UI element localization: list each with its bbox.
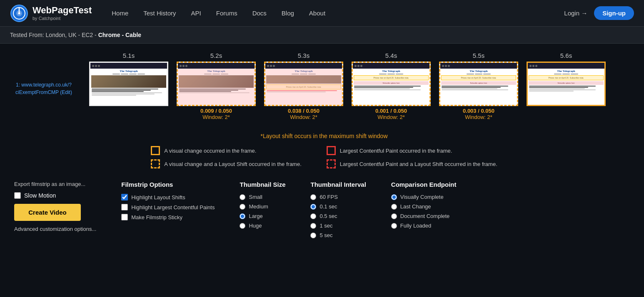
filmstrip-item-3: 5.3s The Telegraph <box>260 52 347 120</box>
legend-box-yellow-dashed <box>151 159 160 168</box>
legend-box-red-solid <box>327 146 336 155</box>
nav-links: Home Test History API Forums Docs Blog A… <box>112 10 564 17</box>
frame-thumb-1[interactable]: The Telegraph <box>89 62 168 106</box>
thumb-size-medium-radio[interactable] <box>240 204 245 210</box>
time-label-5: 5.5s <box>435 52 522 59</box>
legend-item-2: A visual change and a Layout Shift occur… <box>151 159 302 168</box>
subheader-bold: Chrome - Cable <box>98 32 141 38</box>
login-button[interactable]: Login → <box>564 10 587 17</box>
logo-area: WebPageTest by Catchpoint <box>10 4 92 22</box>
logo-icon <box>10 4 28 22</box>
endpoint-last-change-radio[interactable] <box>391 204 397 210</box>
slow-motion-label: Slow Motion <box>24 192 56 199</box>
thumbnail-interval-title: Thumbnail Interval <box>310 181 366 188</box>
svg-point-4 <box>18 12 20 14</box>
thumb-size-huge-radio[interactable] <box>240 223 245 229</box>
legend-col-left: A visual change occurred in the frame. A… <box>151 146 302 168</box>
nav-right: Login → Sign-up <box>564 6 634 20</box>
frame-thumb-4[interactable]: The Telegraph Prices rise on April 20. S… <box>352 62 431 106</box>
legend-section: *Layout shift occurs in the maximum shif… <box>10 133 634 168</box>
advanced-link[interactable]: Advanced customization options... <box>14 226 96 232</box>
thumbnail-size-section: Thumbnail Size Small Medium Large Huge <box>240 181 285 229</box>
subheader: Tested From: London, UK - EC2 - Chrome -… <box>0 27 644 44</box>
thumb-size-large-radio[interactable] <box>240 213 245 219</box>
time-label-1: 5.1s <box>85 52 172 59</box>
legend-title: *Layout shift occurs in the maximum shif… <box>14 133 634 139</box>
option-highlight-layout-shifts: Highlight Layout Shifts <box>121 194 215 200</box>
legend-text-1: A visual change occurred in the frame. <box>164 148 256 154</box>
frame-thumb-3[interactable]: The Telegraph Prices rise on April 20. S… <box>264 62 343 106</box>
highlight-layout-shifts-checkbox[interactable] <box>121 194 128 200</box>
thumb-size-small-radio[interactable] <box>240 194 245 200</box>
main-content: 1: www.telegraph.co.uk/?ciExemptFromCMP … <box>0 44 644 247</box>
legend-box-yellow-solid <box>151 146 160 155</box>
time-label-6: 5.6s <box>522 52 610 59</box>
legend-item-3: Largest Contentful Paint occurred in the… <box>327 146 497 155</box>
frame-thumb-2[interactable]: The Telegraph <box>177 62 256 106</box>
interval-0-5-radio[interactable] <box>310 213 316 219</box>
navbar: WebPageTest by Catchpoint Home Test Hist… <box>0 0 644 27</box>
frame-metrics-5: 0.003 / 0.050 Window: 2* <box>463 108 494 120</box>
nav-test-history[interactable]: Test History <box>143 10 176 17</box>
filmstrip-items: 5.1s The Telegraph <box>81 52 634 120</box>
nav-home[interactable]: Home <box>112 10 128 17</box>
nav-about[interactable]: About <box>309 10 325 17</box>
nav-forums[interactable]: Forums <box>216 10 237 17</box>
frame-metrics-2: 0.009 / 0.050 Window: 2* <box>200 108 232 120</box>
frame-metrics-4: 0.001 / 0.050 Window: 2* <box>375 108 407 120</box>
filmstrip-item-1: 5.1s The Telegraph <box>85 52 172 120</box>
slow-motion-checkbox[interactable] <box>14 192 21 199</box>
legend-item-4: Largest Contentful Paint and a Layout Sh… <box>327 159 497 168</box>
filmstrip-item-4: 5.4s The Telegraph <box>347 52 435 120</box>
row-label: 1: www.telegraph.co.uk/?ciExemptFromCMP … <box>10 52 81 96</box>
nav-api[interactable]: API <box>191 10 201 17</box>
time-label-2: 5.2s <box>172 52 260 59</box>
interval-60fps-radio[interactable] <box>310 194 316 200</box>
legend-item-1: A visual change occurred in the frame. <box>151 146 302 155</box>
highlight-lcp-checkbox[interactable] <box>121 204 128 210</box>
nav-blog[interactable]: Blog <box>282 10 294 17</box>
frame-metrics-3: 0.038 / 0.050 Window: 2* <box>288 108 320 120</box>
export-area: Export filmstrip as an image... Slow Mot… <box>14 181 96 232</box>
filmstrip-wrapper: 1: www.telegraph.co.uk/?ciExemptFromCMP … <box>10 52 634 120</box>
create-video-button[interactable]: Create Video <box>14 204 81 221</box>
legend-grid: A visual change occurred in the frame. A… <box>14 146 634 168</box>
bottom-section: Export filmstrip as an image... Slow Mot… <box>10 181 634 238</box>
sticky-filmstrip-checkbox[interactable] <box>121 214 128 220</box>
legend-text-3: Largest Contentful Paint occurred in the… <box>340 148 452 154</box>
filmstrip-options-section: Filmstrip Options Highlight Layout Shift… <box>121 181 215 220</box>
option-highlight-lcp: Highlight Largest Contentful Paints <box>121 204 215 210</box>
endpoint-visually-complete-radio[interactable] <box>391 194 397 200</box>
interval-1-radio[interactable] <box>310 223 316 229</box>
filmstrip-item-2: 5.2s The Telegraph <box>172 52 260 120</box>
interval-0-1-radio[interactable] <box>310 204 316 210</box>
frame-thumb-5[interactable]: The Telegraph Prices rise on April 20. S… <box>439 62 518 106</box>
option-sticky-filmstrip: Make Filmstrip Sticky <box>121 214 215 220</box>
legend-text-2: A visual change and a Layout Shift occur… <box>164 161 302 167</box>
filmstrip-item-5: 5.5s The Telegraph <box>435 52 522 120</box>
endpoint-fully-loaded-radio[interactable] <box>391 223 397 229</box>
slow-motion-row: Slow Motion <box>14 192 96 199</box>
time-label-3: 5.3s <box>260 52 347 59</box>
interval-5-radio[interactable] <box>310 233 316 238</box>
logo-name: WebPageTest <box>32 5 92 15</box>
legend-box-red-dashed <box>327 159 336 168</box>
filmstrip-item-6: 5.6s The Telegraph <box>522 52 610 120</box>
legend-col-right: Largest Contentful Paint occurred in the… <box>327 146 497 168</box>
nav-docs[interactable]: Docs <box>252 10 267 17</box>
filmstrip-options-title: Filmstrip Options <box>121 181 215 188</box>
frame-thumb-6[interactable]: The Telegraph Prices rise on April 20. S… <box>527 62 606 106</box>
thumbnail-interval-section: Thumbnail Interval 60 FPS 0.1 sec 0.5 se… <box>310 181 366 238</box>
export-link[interactable]: Export filmstrip as an image... <box>14 181 96 187</box>
subheader-prefix: Tested From: London, UK - EC2 - <box>10 32 98 38</box>
legend-text-4: Largest Contentful Paint and a Layout Sh… <box>340 161 497 167</box>
time-label-4: 5.4s <box>347 52 435 59</box>
thumbnail-size-title: Thumbnail Size <box>240 181 285 188</box>
signup-button[interactable]: Sign-up <box>594 6 634 20</box>
logo-sub: by Catchpoint <box>32 16 92 21</box>
filmstrip-column-area: 5.1s The Telegraph <box>81 52 634 120</box>
endpoint-doc-complete-radio[interactable] <box>391 213 397 219</box>
comparison-endpoint-section: Comparison Endpoint Visually Complete La… <box>391 181 457 229</box>
comparison-endpoint-title: Comparison Endpoint <box>391 181 457 188</box>
